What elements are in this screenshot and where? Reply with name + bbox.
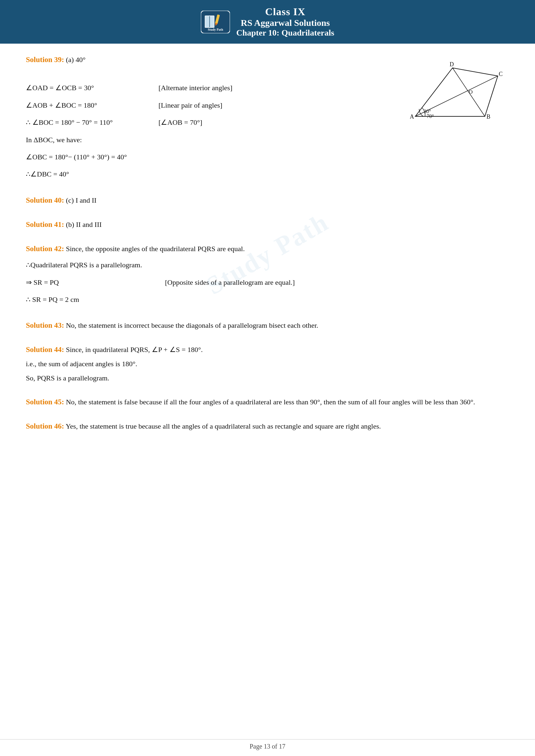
- solution-39-layout: Solution 39: (a) 40° ∠OAD = ∠OCB = 30° […: [26, 53, 509, 182]
- sol39-line4-reason: [158, 134, 393, 146]
- solution-41: Solution 41: (b) II and III: [26, 218, 509, 231]
- sol43-label: Solution 43:: [26, 321, 64, 329]
- sol42-label: Solution 42:: [26, 245, 64, 253]
- sol39-diagram: A B C D O 30° 70°: [406, 57, 509, 131]
- sol43-text: No, the statement is incorrect because t…: [66, 321, 318, 329]
- sol40-label: Solution 40:: [26, 196, 64, 204]
- subtitle: RS Aggarwal Solutions: [241, 18, 330, 28]
- sol39-line1-reason: [Alternate interior angles]: [158, 82, 393, 94]
- sol45-label: Solution 45:: [26, 398, 64, 406]
- svg-text:O: O: [469, 89, 473, 95]
- sol42-line1-r: [165, 259, 509, 271]
- footer-text: Page 13 of 17: [250, 743, 286, 750]
- sol39-answer: (a) 40°: [66, 56, 86, 64]
- sol44-label: Solution 44:: [26, 345, 64, 354]
- sol42-line2-r: [Opposite sides of a parallelogram are e…: [165, 276, 509, 288]
- class-title: Class IX: [265, 6, 305, 18]
- solution-46: Solution 46: Yes, the statement is true …: [26, 420, 509, 432]
- sol42-line1: ∴Quadrilateral PQRS is a parallelogram.: [26, 259, 155, 271]
- page-header: Study Path Class IX RS Aggarwal Solution…: [0, 0, 535, 44]
- sol40-text: (c) I and II: [66, 196, 97, 204]
- sol41-text: (b) II and III: [66, 220, 102, 229]
- sol44-line1: i.e., the sum of adjacent angles is 180°…: [26, 358, 509, 370]
- solution-40: Solution 40: (c) I and II: [26, 194, 509, 206]
- sol39-line6-reason: [158, 168, 393, 180]
- sol44-line2: So, PQRS is a parallelogram.: [26, 372, 509, 384]
- logo-icon: Study Path: [201, 11, 230, 33]
- chapter-title: Chapter 10: Quadrilaterals: [237, 28, 334, 38]
- sol39-label: Solution 39:: [26, 56, 64, 64]
- header-text-block: Class IX RS Aggarwal Solutions Chapter 1…: [237, 6, 334, 38]
- solution-44: Solution 44: Since, in quadrilateral PQR…: [26, 343, 509, 384]
- sol39-line1-math: ∠OAD = ∠OCB = 30°: [26, 82, 149, 94]
- svg-text:B: B: [487, 114, 491, 120]
- sol39-line6-math: ∴∠DBC = 40°: [26, 168, 149, 180]
- solution-39: Solution 39: (a) 40° ∠OAD = ∠OCB = 30° […: [26, 53, 509, 182]
- sol42-text: Since, the opposite angles of the quadri…: [66, 245, 245, 253]
- sol45-text: No, the statement is false because if al…: [66, 398, 475, 406]
- solution-43: Solution 43: No, the statement is incorr…: [26, 319, 509, 332]
- svg-text:C: C: [499, 71, 503, 77]
- svg-text:Study Path: Study Path: [208, 28, 223, 31]
- sol39-line3-math: ∴ ∠BOC = 180° − 70° = 110°: [26, 116, 149, 128]
- sol39-line5-reason: [158, 151, 393, 163]
- svg-text:A: A: [410, 114, 414, 120]
- sol42-line3-r: [165, 293, 509, 306]
- sol42-line2: ⇒ SR = PQ: [26, 276, 155, 288]
- svg-text:70°: 70°: [427, 114, 434, 119]
- main-content: Study Path Solution 39: (a) 40° ∠OAD = ∠…: [0, 44, 535, 464]
- sol39-line2-reason: [Linear pair of angles]: [158, 99, 393, 111]
- page-footer: Page 13 of 17: [0, 739, 535, 750]
- sol39-line2-math: ∠AOB + ∠BOC = 180°: [26, 99, 149, 111]
- sol42-line3: ∴ SR = PQ = 2 cm: [26, 293, 155, 306]
- sol46-label: Solution 46:: [26, 422, 64, 430]
- sol39-line3-reason: [∠AOB = 70°]: [158, 116, 393, 128]
- solution-39-math: Solution 39: (a) 40° ∠OAD = ∠OCB = 30° […: [26, 53, 393, 182]
- solution-42: Solution 42: Since, the opposite angles …: [26, 242, 509, 308]
- solution-45: Solution 45: No, the statement is false …: [26, 395, 509, 408]
- svg-text:D: D: [450, 61, 454, 68]
- sol39-line4-math: In ΔBOC, we have:: [26, 134, 149, 146]
- sol39-line5-math: ∠OBC = 180°− (110° + 30°) = 40°: [26, 151, 149, 163]
- sol46-text: Yes, the statement is true because all t…: [66, 422, 381, 430]
- sol41-label: Solution 41:: [26, 220, 64, 229]
- sol44-text: Since, in quadrilateral PQRS, ∠P + ∠S = …: [66, 345, 203, 354]
